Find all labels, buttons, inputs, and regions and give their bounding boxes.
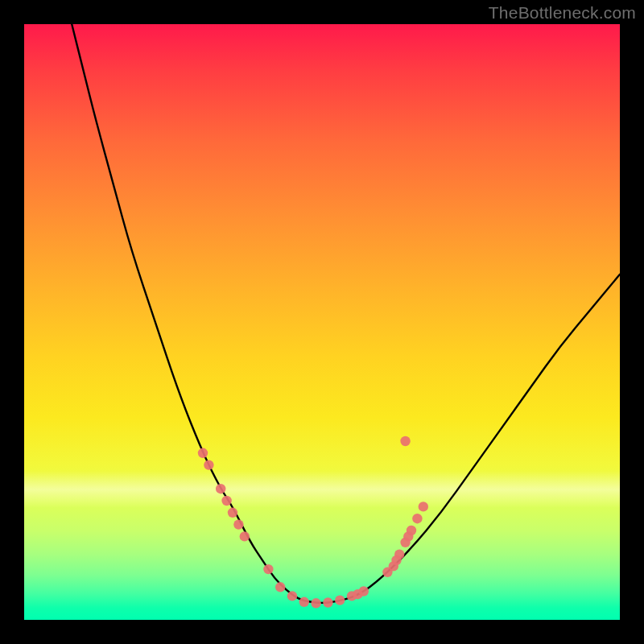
chart-frame: TheBottleneck.com — [0, 0, 644, 644]
data-marker — [400, 436, 410, 446]
data-marker — [275, 582, 285, 592]
plot-area — [24, 24, 620, 620]
data-marker — [323, 597, 332, 607]
data-marker — [216, 484, 225, 493]
data-marker — [263, 564, 273, 574]
bottleneck-curve — [72, 24, 620, 603]
data-marker — [403, 531, 413, 541]
data-marker — [419, 502, 428, 511]
data-marker — [287, 591, 297, 601]
watermark-text: TheBottleneck.com — [489, 3, 636, 23]
data-marker — [335, 595, 345, 605]
data-markers — [198, 436, 428, 609]
data-marker — [353, 589, 362, 599]
data-marker — [412, 514, 422, 523]
data-marker — [299, 597, 309, 607]
chart-svg — [24, 24, 620, 620]
data-marker — [233, 519, 243, 529]
data-marker — [228, 508, 237, 518]
data-marker — [221, 496, 231, 506]
data-marker — [391, 555, 401, 565]
data-marker — [204, 460, 213, 469]
data-marker — [311, 598, 320, 608]
data-marker — [198, 448, 208, 458]
data-marker — [240, 531, 250, 541]
